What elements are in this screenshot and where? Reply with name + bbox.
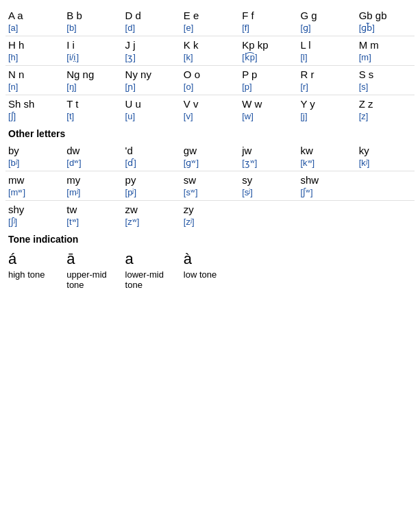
letter-display: Z z xyxy=(359,98,413,110)
letter-cell: Z z[z] xyxy=(356,95,415,123)
letter-display: T t xyxy=(66,98,121,110)
ipa-display: [ɡ] xyxy=(300,23,354,33)
ipa-display: [k] xyxy=(184,52,238,62)
ipa-display: [f] xyxy=(242,23,296,33)
letter-cell: Y y[j] xyxy=(297,95,356,123)
tone-cell: āupper-mid tone xyxy=(64,247,122,291)
ipa-display: [ɡʷ] xyxy=(184,158,238,168)
letter-cell: D d[d] xyxy=(123,7,181,34)
letter-cell: I i[i/i̤] xyxy=(64,36,122,64)
letter-display: U u xyxy=(125,98,180,110)
tone-cell-empty xyxy=(297,247,356,291)
ipa-display: [i/i̤] xyxy=(66,52,121,62)
letter-display: R r xyxy=(300,69,354,80)
letter-cell xyxy=(239,201,297,228)
ipa-display: [h] xyxy=(8,52,62,62)
tone-mark: á xyxy=(8,250,62,268)
letter-display: S s xyxy=(359,69,413,80)
ipa-display: [d] xyxy=(125,23,180,33)
letter-display: mw xyxy=(8,174,62,186)
letter-cell: my[mʲ] xyxy=(64,171,122,199)
letter-cell: N n[n] xyxy=(5,66,64,93)
letter-display: by xyxy=(8,145,62,156)
letter-cell: L l[l] xyxy=(297,36,356,64)
letter-cell: Kp kp[k͡p] xyxy=(239,36,297,64)
ipa-display: [u] xyxy=(125,111,180,121)
letter-display: Gb gb xyxy=(359,10,413,21)
letter-display: gw xyxy=(184,145,238,156)
letter-display: py xyxy=(125,174,180,186)
ipa-display: [s] xyxy=(359,82,413,92)
letter-cell: T t[t] xyxy=(64,95,122,123)
letter-display: zw xyxy=(125,204,180,215)
ipa-display: [ʃʷ] xyxy=(300,187,354,197)
letter-display: sw xyxy=(184,174,238,186)
letter-cell: gw[ɡʷ] xyxy=(181,142,239,169)
letter-cell: mw[mʷ] xyxy=(5,171,64,199)
ipa-display: [sʷ] xyxy=(184,187,238,197)
letter-cell: jw[ʒʷ] xyxy=(239,142,297,169)
letter-display: ky xyxy=(359,145,413,156)
letter-cell: B b[b] xyxy=(64,7,122,34)
tone-header: Tone indication xyxy=(8,234,415,245)
letter-display: sy xyxy=(242,174,296,186)
letter-cell xyxy=(356,171,415,199)
letter-display: tw xyxy=(66,204,121,215)
tone-mark: a xyxy=(125,250,180,268)
tone-label: upper-mid tone xyxy=(66,269,121,290)
ipa-display: [dʷ] xyxy=(66,158,121,168)
letter-display: O o xyxy=(184,69,238,80)
letter-cell: kw[kʷ] xyxy=(297,142,356,169)
letter-display: J j xyxy=(125,39,180,51)
letter-display: Kp kp xyxy=(242,39,296,51)
tone-cell: àlow tone xyxy=(181,247,239,291)
ipa-display: [zʷ] xyxy=(125,217,180,227)
tone-cell: alower-mid tone xyxy=(123,247,181,291)
letter-display: I i xyxy=(66,39,121,51)
ipa-display: [m] xyxy=(359,52,413,62)
letter-cell: O o[o] xyxy=(181,66,239,93)
ipa-display: [p] xyxy=(242,82,296,92)
letter-display: zy xyxy=(184,204,238,215)
letter-cell: S s[s] xyxy=(356,66,415,93)
ipa-display: [bʲ] xyxy=(8,158,62,168)
ipa-display: [v] xyxy=(184,111,238,121)
letter-display: Y y xyxy=(300,98,354,110)
ipa-display: [ʃʲ] xyxy=(8,217,62,227)
ipa-display: [ŋ] xyxy=(66,82,121,92)
ipa-display: [a] xyxy=(8,23,62,33)
tone-row: áhigh toneāupper-mid tonealower-mid tone… xyxy=(5,247,415,291)
ipa-display: [l] xyxy=(300,52,354,62)
letter-cell xyxy=(356,201,415,228)
letter-cell: shw[ʃʷ] xyxy=(297,171,356,199)
tone-label: low tone xyxy=(184,269,238,280)
letter-display: B b xyxy=(66,10,121,21)
letter-display: E e xyxy=(184,10,238,21)
letter-display: jw xyxy=(242,145,296,156)
letter-cell: Gb gb[ɡb̃] xyxy=(356,7,415,34)
letter-cell: zy[zʲ] xyxy=(181,201,239,228)
letter-display: V v xyxy=(184,98,238,110)
letter-cell: H h[h] xyxy=(5,36,64,64)
tone-cell: áhigh tone xyxy=(5,247,64,291)
letter-display: K k xyxy=(184,39,238,51)
ipa-display: [sʲ] xyxy=(242,187,296,197)
tone-cell-empty xyxy=(356,247,415,291)
letter-cell: zw[zʷ] xyxy=(123,201,181,228)
ipa-display: [ɡb̃] xyxy=(359,23,413,33)
ipa-display: [e] xyxy=(184,23,238,33)
tone-label: lower-mid tone xyxy=(125,269,180,290)
ipa-display: [t] xyxy=(66,111,121,121)
ipa-display: [r] xyxy=(300,82,354,92)
letter-cell: V v[v] xyxy=(181,95,239,123)
letter-cell: shy[ʃʲ] xyxy=(5,201,64,228)
ipa-display: [pʲ] xyxy=(125,187,180,197)
ipa-display: [zʲ] xyxy=(184,217,238,227)
tone-mark: ā xyxy=(66,250,121,268)
letter-cell: 'd[ɗ] xyxy=(123,142,181,169)
letter-cell xyxy=(297,201,356,228)
letter-cell: U u[u] xyxy=(123,95,181,123)
letter-cell: Ng ng[ŋ] xyxy=(64,66,122,93)
letter-cell: E e[e] xyxy=(181,7,239,34)
letter-cell: Ny ny[ɲ] xyxy=(123,66,181,93)
